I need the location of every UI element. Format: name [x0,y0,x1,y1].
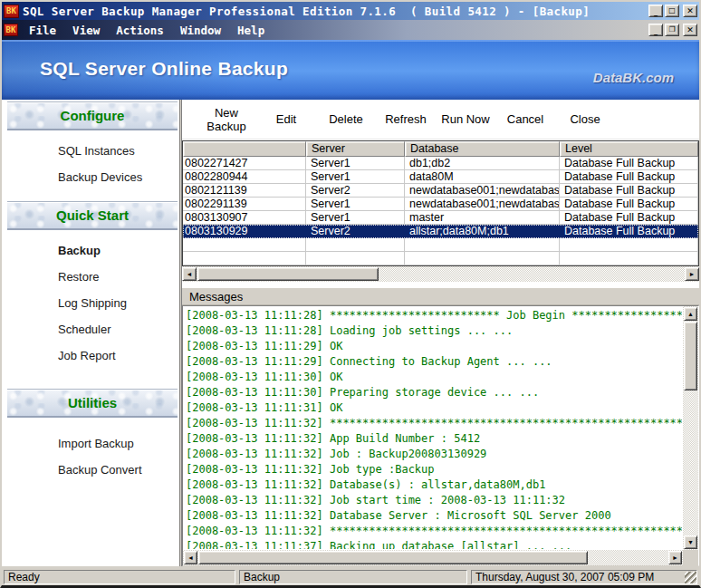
column-header-database[interactable]: Database [405,141,560,157]
menu-actions[interactable]: Actions [116,24,164,37]
menu-view[interactable]: View [72,24,100,37]
mdi-restore-button[interactable]: ❐ [665,24,679,36]
new-backup-button[interactable]: New Backup [197,106,256,133]
table-cell: Database Full Backup [560,170,698,184]
table-row[interactable]: 0802121139Server2newdatabase001;newdatab… [183,184,698,198]
log-line: [2008-03-13 11:11:32] ******************… [186,524,682,539]
table-cell: Server1 [306,211,405,225]
banner-title: SQL Server Online Backup [40,58,288,80]
table-cell: 0803130907 [183,211,306,225]
sidebar-item-log-shipping[interactable]: Log Shipping [7,290,179,316]
jobs-table: ServerDatabaseLevel 0802271427Server1db1… [182,140,699,266]
messages-hscrollbar[interactable]: ◄ ► [183,550,683,565]
sidebar-item-sql-instances[interactable]: SQL Instances [7,138,179,164]
maximize-button[interactable]: □ [665,5,679,17]
edit-button[interactable]: Edit [256,106,316,133]
hscroll-thumb[interactable] [198,551,588,564]
scroll-up-icon[interactable]: ▲ [684,307,697,321]
scroll-down-icon[interactable]: ▼ [684,535,697,549]
log-line: [2008-03-13 11:11:32] Job type :Backup [186,462,682,477]
minimize-icon: _ [654,9,658,16]
messages-label: Messages [182,287,699,305]
brand-logo: DataBK.com [593,70,674,85]
log-line: [2008-03-13 11:11:28] ******************… [186,308,682,323]
status-datetime-text: Thursday, August 30, 2007 05:09 PM [475,571,654,583]
close-button[interactable]: ✕ [683,5,697,17]
jobs-table-hscrollbar[interactable]: ◄ ► [182,266,699,282]
mdi-close-button[interactable]: ✕ [683,24,697,36]
menu-window[interactable]: Window [180,24,221,37]
banner: SQL Server Online Backup DataBK.com [2,40,699,100]
body: ConfigureSQL InstancesBackup DevicesQuic… [2,100,699,566]
main-panel: New BackupEditDeleteRefreshRun NowCancel… [181,100,699,566]
table-row[interactable]: 0803130929Server2allstar;data80M;db1Data… [183,225,698,238]
hscroll-thumb[interactable] [197,267,379,281]
table-cell [560,238,698,252]
mdi-window-controls: _ ❐ ✕ [648,24,697,36]
sidebar-header-utilities: Utilities [7,389,178,418]
sidebar-section-quick-start: Quick StartBackupRestoreLog ShippingSche… [7,201,179,378]
sidebar-section-configure: ConfigureSQL InstancesBackup Devices [7,101,179,199]
table-cell: Database Full Backup [560,184,698,198]
table-cell [405,238,560,252]
scroll-right-icon[interactable]: ► [685,267,699,281]
table-cell: 0802291139 [183,198,306,211]
scroll-left-icon[interactable]: ◄ [184,551,197,564]
sidebar-item-restore[interactable]: Restore [7,264,179,290]
scroll-left-icon[interactable]: ◄ [182,267,197,281]
menu-items: FileViewActionsWindowHelp [29,24,648,37]
messages-log[interactable]: [2008-03-13 11:11:28] ******************… [186,308,682,549]
close-button[interactable]: Close [555,106,615,133]
sidebar-item-scheduler[interactable]: Scheduler [7,316,179,342]
log-line: [2008-03-13 11:11:30] Preparing storage … [186,385,682,400]
minimize-button[interactable]: _ [648,5,663,17]
mdi-minimize-icon: _ [654,28,658,35]
sidebar-item-backup-devices[interactable]: Backup Devices [7,164,179,190]
log-line: [2008-03-13 11:11:32] Job : Backup200803… [186,447,682,462]
column-header-id[interactable] [183,141,306,157]
column-header-level[interactable]: Level [560,141,698,157]
close-icon: ✕ [687,7,694,15]
sidebar-item-job-report[interactable]: Job Report [7,342,179,369]
title-bar: BK SQL Server Backup Manager Professiona… [2,2,699,20]
menu-help[interactable]: Help [237,24,264,37]
sidebar-item-list: SQL InstancesBackup Devices [7,130,179,199]
mdi-minimize-button[interactable]: _ [648,24,663,36]
jobs-table-body: 0802271427Server1db1;db2Database Full Ba… [183,157,698,265]
mdi-close-icon: ✕ [687,26,694,34]
table-cell: Server1 [306,157,405,170]
resize-grip[interactable] [685,572,696,583]
sidebar-item-import-backup[interactable]: Import Backup [7,430,179,457]
column-header-server[interactable]: Server [306,141,405,157]
toolbar: New BackupEditDeleteRefreshRun NowCancel… [182,100,699,140]
delete-button[interactable]: Delete [316,106,376,133]
table-cell: Database Full Backup [560,157,698,170]
table-cell: Server2 [306,225,405,238]
table-cell [306,252,405,265]
table-cell [183,238,306,252]
table-cell: Server1 [306,170,405,184]
table-cell: Server1 [306,198,405,211]
table-row[interactable]: 0802291139Server1newdatabase001;newdatab… [183,198,698,211]
table-cell: 0802280944 [183,170,306,184]
table-row[interactable]: 0802271427Server1db1;db2Database Full Ba… [183,157,698,170]
app-icon: BK [4,5,19,18]
table-cell [183,252,306,265]
menu-file[interactable]: File [29,24,56,37]
table-row[interactable]: 0802280944Server1data80MDatabase Full Ba… [183,170,698,184]
sidebar-item-backup[interactable]: Backup [7,237,179,264]
log-line: [2008-03-13 11:11:32] Database Server : … [186,508,682,524]
cancel-button[interactable]: Cancel [495,106,555,133]
mdi-child-icon[interactable]: BK [4,24,18,36]
scroll-right-icon[interactable]: ► [668,551,682,564]
app-window: BK SQL Server Backup Manager Professiona… [0,0,701,588]
log-line: [2008-03-13 11:11:28] Loading job settin… [186,323,682,339]
table-row-empty [183,238,698,252]
refresh-button[interactable]: Refresh [376,106,436,133]
messages-vscrollbar[interactable]: ▲ ▼ [683,306,698,550]
table-row[interactable]: 0803130907Server1masterDatabase Full Bac… [183,211,698,225]
run-now-button[interactable]: Run Now [436,106,495,133]
sidebar-item-backup-convert[interactable]: Backup Convert [7,457,179,483]
status-mode: Backup [239,570,467,584]
vscroll-thumb[interactable] [684,322,697,390]
